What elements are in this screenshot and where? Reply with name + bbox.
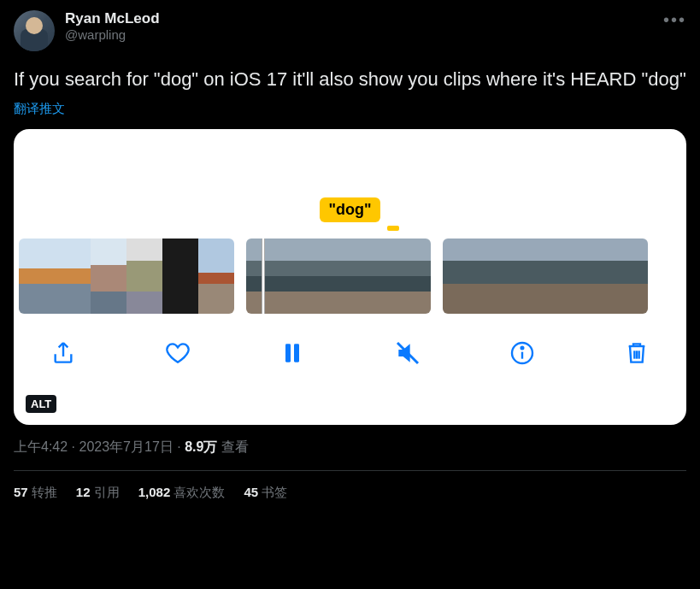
svg-rect-0 bbox=[285, 344, 291, 362]
likes-stat[interactable]: 1,082 喜欢次数 bbox=[138, 485, 226, 501]
clip-thumb[interactable] bbox=[198, 239, 234, 314]
media-card[interactable]: "dog" bbox=[14, 129, 686, 425]
trash-icon[interactable] bbox=[621, 338, 652, 368]
clip-thumb[interactable] bbox=[91, 239, 126, 314]
tweet-stats: 57 转推 12 引用 1,082 喜欢次数 45 书签 bbox=[14, 485, 686, 501]
clip-group-1[interactable] bbox=[19, 239, 234, 314]
tweet-meta: 上午4:42 · 2023年7月17日 · 8.9万 查看 bbox=[14, 439, 686, 456]
display-name[interactable]: Ryan McLeod bbox=[65, 10, 160, 27]
translate-link[interactable]: 翻译推文 bbox=[14, 101, 686, 117]
divider bbox=[14, 470, 686, 471]
tweet-date[interactable]: 2023年7月17日 bbox=[79, 439, 173, 454]
avatar[interactable] bbox=[14, 10, 55, 51]
heart-icon[interactable] bbox=[162, 338, 193, 368]
search-term-callout: "dog" bbox=[302, 197, 399, 231]
callout-tick bbox=[387, 226, 399, 231]
svg-rect-1 bbox=[294, 344, 299, 362]
tweet-time[interactable]: 上午4:42 bbox=[14, 439, 68, 454]
speaker-muted-icon[interactable] bbox=[392, 338, 423, 368]
clip-group-2[interactable] bbox=[246, 239, 431, 314]
clip-thumb[interactable] bbox=[614, 239, 648, 314]
handle[interactable]: @warpling bbox=[65, 27, 160, 42]
more-icon[interactable]: ••• bbox=[663, 10, 686, 30]
clip-thumb[interactable] bbox=[477, 239, 511, 314]
clip-thumb[interactable] bbox=[579, 239, 614, 314]
views-label: 查看 bbox=[217, 439, 248, 454]
video-timeline[interactable] bbox=[14, 239, 686, 314]
clip-thumb[interactable] bbox=[443, 239, 477, 314]
clip-thumb[interactable] bbox=[19, 239, 55, 314]
clip-thumb[interactable] bbox=[55, 239, 91, 314]
svg-point-5 bbox=[521, 346, 523, 349]
share-icon[interactable] bbox=[48, 338, 79, 368]
clip-thumb[interactable] bbox=[162, 239, 198, 314]
clip-thumb[interactable] bbox=[338, 239, 385, 314]
pause-icon[interactable] bbox=[277, 338, 308, 368]
views-count: 8.9万 bbox=[185, 439, 217, 454]
alt-badge[interactable]: ALT bbox=[26, 395, 56, 413]
author-names: Ryan McLeod @warpling bbox=[65, 10, 160, 42]
tweet-text: If you search for "dog" on iOS 17 it'll … bbox=[14, 67, 686, 92]
search-term-label: "dog" bbox=[320, 197, 379, 222]
playhead[interactable] bbox=[262, 239, 265, 314]
clip-group-3[interactable] bbox=[443, 239, 648, 314]
clip-thumb[interactable] bbox=[385, 239, 431, 314]
video-controls bbox=[14, 314, 686, 368]
tweet-header: Ryan McLeod @warpling ••• bbox=[14, 10, 686, 51]
retweets-stat[interactable]: 57 转推 bbox=[14, 485, 57, 501]
clip-thumb[interactable] bbox=[511, 239, 545, 314]
clip-thumb[interactable] bbox=[126, 239, 162, 314]
clip-thumb[interactable] bbox=[246, 239, 292, 314]
bookmarks-stat[interactable]: 45 书签 bbox=[244, 485, 287, 501]
clip-thumb[interactable] bbox=[545, 239, 579, 314]
info-icon[interactable] bbox=[507, 338, 538, 368]
clip-thumb[interactable] bbox=[292, 239, 338, 314]
quotes-stat[interactable]: 12 引用 bbox=[76, 485, 120, 501]
